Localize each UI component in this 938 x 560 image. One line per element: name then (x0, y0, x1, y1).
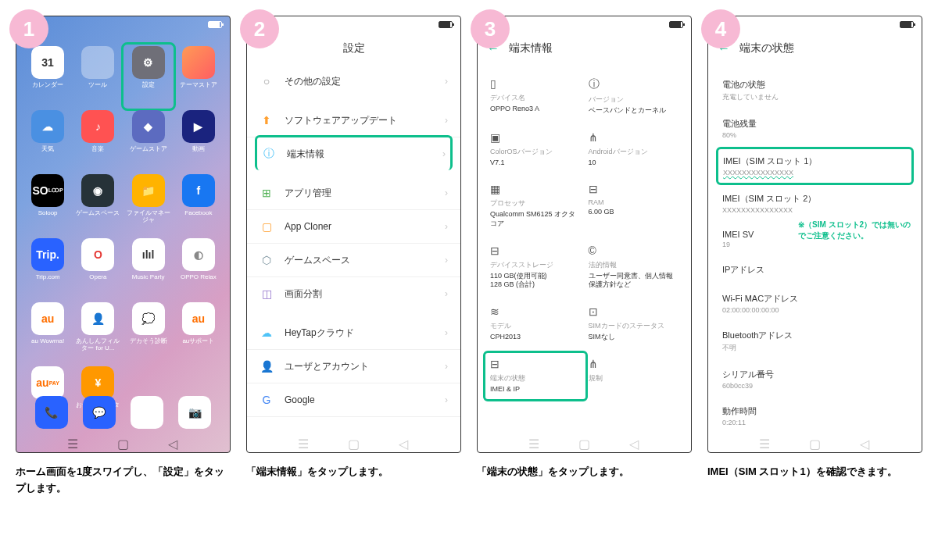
nav-back-icon[interactable]: ◁ (629, 437, 640, 448)
status-item-動作時間[interactable]: 動作時間0:20:11 (722, 398, 908, 434)
device-info-RAM[interactable]: ⊟RAM6.00 GB (589, 183, 679, 228)
app-Music Party[interactable]: ılılMusic Party (125, 238, 172, 299)
android-navbar[interactable]: ☰ ▢ ◁ (708, 437, 922, 448)
app-設定[interactable]: ⚙設定 (121, 42, 176, 111)
nav-recent-icon[interactable]: ☰ (759, 437, 770, 448)
info-icon: © (589, 244, 679, 257)
device-info-grid[interactable]: ▯デバイス名OPPO Reno3 Aⓘバージョンベースバンドとカーネル▣Colo… (478, 65, 691, 407)
home-app-grid[interactable]: 31カレンダーツール⚙設定テーマストア☁天気♪音楽◆ゲームストア▶動画SOLꝎP… (16, 32, 230, 452)
settings-item-画面分割[interactable]: ◫画面分割› (247, 277, 460, 310)
app-デカそう診断[interactable]: 💭デカそう診断 (125, 302, 172, 363)
settings-item-その他の設定[interactable]: ○その他の設定› (247, 65, 460, 98)
app-au Wowma![interactable]: auau Wowma! (24, 302, 71, 363)
nav-home-icon[interactable]: ▢ (117, 437, 128, 448)
device-info-規制[interactable]: ⋔規制 (589, 358, 679, 394)
device-info-デバイス名[interactable]: ▯デバイス名OPPO Reno3 A (490, 77, 581, 116)
device-info-モデル[interactable]: ≋モデルCPH2013 (490, 305, 581, 342)
settings-list[interactable]: ○その他の設定›⬆ソフトウェアアップデート›ⓘ端末情報›⊞アプリ管理›▢App … (247, 65, 460, 452)
status-value: 19 (722, 241, 908, 248)
nav-recent-icon[interactable]: ☰ (298, 437, 309, 448)
app-ファイルマネージャ[interactable]: 📁ファイルマネージャ (125, 174, 172, 235)
settings-item-ゲームスペース[interactable]: ⬡ゲームスペース› (247, 244, 460, 277)
phone-home-screen: 31カレンダーツール⚙設定テーマストア☁天気♪音楽◆ゲームストア▶動画SOLꝎP… (16, 16, 231, 453)
app-カレンダー[interactable]: 31カレンダー (24, 46, 71, 107)
android-navbar[interactable]: ☰ ▢ ◁ (247, 437, 460, 448)
nav-back-icon[interactable]: ◁ (399, 437, 410, 448)
app-icon: 31 (31, 46, 64, 79)
device-info-SIMカードのステータス[interactable]: ⊡SIMカードのステータスSIMなし (589, 305, 679, 342)
dock-phone[interactable]: 📞 (35, 396, 68, 429)
app-icon: f (182, 174, 215, 207)
nav-home-icon[interactable]: ▢ (809, 437, 820, 448)
app-label: デカそう診断 (130, 338, 167, 345)
device-info-Androidバージョン[interactable]: ⋔Androidバージョン10 (589, 131, 679, 168)
info-value: 6.00 GB (589, 208, 679, 217)
app-ゲームスペース[interactable]: ◉ゲームスペース (74, 174, 121, 235)
info-icon: ≋ (490, 305, 581, 318)
status-label: IPアドレス (722, 264, 908, 276)
app-天気[interactable]: ☁天気 (24, 110, 71, 171)
status-item-Wi-Fi MACアドレス[interactable]: Wi-Fi MACアドレス02:00:00:00:00:00 (722, 285, 908, 322)
nav-back-icon[interactable]: ◁ (168, 437, 179, 448)
app-ゲームストア[interactable]: ◆ゲームストア (125, 110, 172, 171)
chevron-right-icon: › (445, 361, 448, 372)
status-item-電池の状態[interactable]: 電池の状態充電していません (722, 71, 908, 110)
status-item-Bluetoothアドレス[interactable]: Bluetoothアドレス不明 (722, 322, 908, 361)
settings-item-Google[interactable]: GGoogle› (247, 383, 460, 417)
info-value: OPPO Reno3 A (490, 105, 581, 114)
app-icon: ⚙ (132, 46, 165, 79)
device-info-法的情報[interactable]: ©法的情報ユーザー同意書、個人情報保護方針など (589, 244, 679, 290)
dock[interactable]: 📞💬◉📷 (16, 396, 230, 429)
app-Trip.com[interactable]: Trip.Trip.com (24, 238, 71, 299)
android-navbar[interactable]: ☰ ▢ ◁ (478, 437, 691, 448)
app-Soloop[interactable]: SOLꝎPSoloop (24, 174, 71, 235)
device-info-バージョン[interactable]: ⓘバージョンベースバンドとカーネル (589, 77, 679, 116)
info-icon: ⓘ (589, 77, 679, 91)
dock-chrome[interactable]: ◉ (131, 396, 163, 429)
settings-item-アプリ管理[interactable]: ⊞アプリ管理› (247, 177, 460, 210)
settings-item-App Cloner[interactable]: ▢App Cloner› (247, 210, 460, 244)
app-あんしんフィルター for U...[interactable]: 👤あんしんフィルター for U... (74, 302, 121, 363)
nav-recent-icon[interactable]: ☰ (67, 437, 78, 448)
app-OPPO Relax[interactable]: ◐OPPO Relax (175, 238, 222, 299)
info-icon: ⊟ (490, 244, 581, 257)
nav-home-icon[interactable]: ▢ (348, 437, 359, 448)
app-auサポート[interactable]: auauサポート (175, 302, 222, 363)
step-badge: 4 (701, 9, 740, 48)
dock-camera[interactable]: 📷 (178, 396, 211, 429)
nav-home-icon[interactable]: ▢ (578, 437, 589, 448)
info-value: CPH2013 (490, 333, 581, 342)
settings-item-HeyTapクラウド[interactable]: ☁HeyTapクラウド› (247, 316, 460, 350)
settings-item-ユーザとアカウント[interactable]: 👤ユーザとアカウント› (247, 350, 460, 383)
app-Opera[interactable]: OOpera (74, 238, 121, 299)
status-item-シリアル番号[interactable]: シリアル番号60b0cc39 (722, 361, 908, 398)
status-list[interactable]: 電池の状態充電していません電池残量80%IMEI（SIM スロット 1）XXXX… (708, 65, 922, 441)
app-icon: ◉ (81, 174, 114, 207)
device-info-デバイスストレージ[interactable]: ⊟デバイスストレージ110 GB(使用可能)128 GB (合計) (490, 244, 581, 290)
app-icon: 💭 (132, 302, 165, 335)
device-info-ColorOSバージョン[interactable]: ▣ColorOSバージョンV7.1 (490, 131, 581, 168)
status-value: XXXXXXXXXXXXXXX (723, 169, 907, 177)
app-音楽[interactable]: ♪音楽 (74, 110, 121, 171)
settings-item-端末情報[interactable]: ⓘ端末情報› (255, 135, 453, 170)
nav-recent-icon[interactable]: ☰ (528, 437, 539, 448)
device-info-端末の状態[interactable]: ⊟端末の状態IMEI & IP (483, 351, 588, 401)
dock-messages[interactable]: 💬 (83, 396, 116, 429)
info-value: SIMなし (589, 333, 679, 342)
app-label: 設定 (142, 82, 155, 89)
status-item-IMEI（SIM スロット 2）[interactable]: IMEI（SIM スロット 2）XXXXXXXXXXXXXXX (722, 185, 908, 222)
app-テーマストア[interactable]: テーマストア (175, 46, 222, 107)
android-navbar[interactable]: ☰ ▢ ◁ (16, 437, 230, 448)
status-label: シリアル番号 (722, 369, 908, 380)
app-ツール[interactable]: ツール (74, 46, 121, 107)
app-Facebook[interactable]: fFacebook (175, 174, 222, 235)
app-icon (182, 46, 215, 79)
app-icon: SOLꝎP (31, 174, 64, 207)
status-item-IPアドレス[interactable]: IPアドレス (722, 256, 908, 285)
status-item-電池残量[interactable]: 電池残量80% (722, 110, 908, 147)
settings-item-ソフトウェアアップデート[interactable]: ⬆ソフトウェアアップデート› (247, 104, 460, 137)
app-動画[interactable]: ▶動画 (175, 110, 222, 171)
device-info-プロセッサ[interactable]: ▦プロセッサQualcomm SM6125 オクタコア (490, 183, 581, 228)
status-item-IMEI（SIM スロット 1）[interactable]: IMEI（SIM スロット 1）XXXXXXXXXXXXXXX (716, 147, 914, 185)
nav-back-icon[interactable]: ◁ (860, 437, 871, 448)
